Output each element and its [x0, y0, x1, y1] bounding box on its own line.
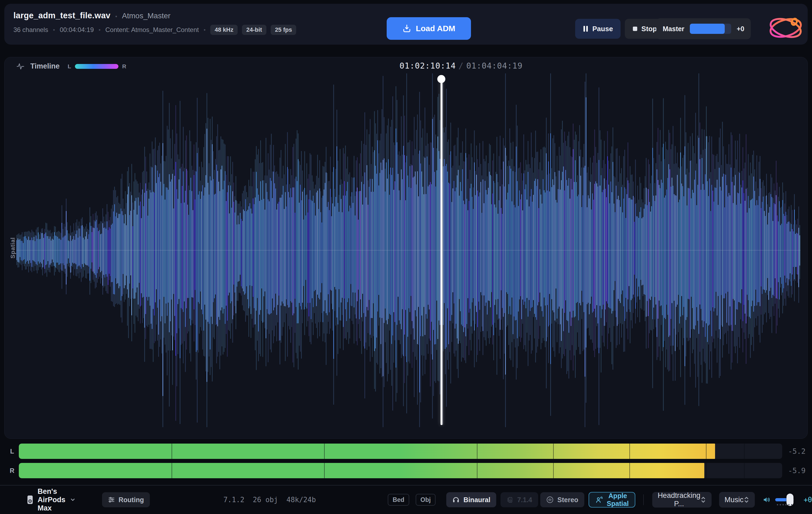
monitor-volume-value: +0 — [804, 496, 812, 504]
load-adm-button[interactable]: Load ADM — [387, 17, 471, 40]
file-name: large_adm_test_file.wav — [13, 11, 110, 21]
bitdepth-badge: 24-bit — [242, 25, 266, 35]
updown-chevrons-icon — [700, 496, 706, 503]
spatial-person-icon — [595, 496, 603, 504]
meter-track-left — [19, 443, 782, 459]
binaural-mode-button[interactable]: Binaural — [446, 492, 496, 507]
meter-value-right: -5.9 — [788, 463, 806, 478]
meter-segment-divider — [553, 463, 554, 478]
meter-segment-divider — [477, 463, 477, 478]
pause-label: Pause — [592, 25, 613, 33]
playhead[interactable] — [440, 76, 442, 425]
obj-toggle[interactable]: Obj — [416, 494, 436, 506]
monitor-volume-slider[interactable] — [775, 498, 794, 502]
routing-label: Routing — [119, 496, 144, 504]
playhead-knob[interactable] — [437, 75, 445, 83]
apple-spatial-label: Apple Spatial — [607, 492, 629, 508]
volume-tick-marks — [777, 504, 792, 506]
routing-sliders-icon — [108, 496, 115, 503]
volume-icon — [762, 495, 771, 504]
meter-segment-divider — [630, 443, 630, 459]
meter-segment-divider — [744, 463, 745, 478]
bed-toggle[interactable]: Bed — [388, 494, 409, 506]
master-volume-fill — [690, 24, 725, 34]
bottom-status-bar: Ben's AirPods Max Routing 7.1.2 26 obj 4… — [0, 485, 812, 514]
meter-left-label: L — [7, 443, 17, 459]
dot-separator: • — [53, 27, 55, 33]
stop-label: Stop — [641, 25, 657, 33]
master-volume-control: Master +0 — [656, 18, 751, 39]
routing-button[interactable]: Routing — [102, 492, 150, 507]
timeline-panel: Timeline L R 01:02:10:14/01:04:04:19 Spa… — [4, 57, 808, 439]
mode-714-label: 7.1.4 — [517, 496, 532, 504]
output-device-select[interactable]: Ben's AirPods Max — [27, 487, 76, 512]
chevron-down-icon — [70, 497, 76, 503]
timecode-separator: / — [456, 61, 466, 71]
file-duration: 00:04:04:19 — [60, 26, 94, 34]
headtracking-value: Headtracking P... — [658, 491, 700, 508]
master-volume-slider[interactable] — [690, 24, 731, 34]
waveform-canvas[interactable] — [17, 73, 801, 427]
output-device-name: Ben's AirPods Max — [37, 487, 65, 512]
pause-icon — [583, 26, 588, 32]
lr-gradient-bar — [75, 64, 118, 69]
meter-fill-right — [19, 463, 704, 478]
apple-spatial-mode-button[interactable]: Apple Spatial — [588, 492, 635, 508]
file-info: large_adm_test_file.wav • Atmos_Master 3… — [13, 11, 296, 35]
meter-segment-divider — [630, 463, 630, 478]
master-group-name: Atmos_Master — [122, 11, 171, 20]
meter-segment-divider — [477, 443, 477, 459]
load-icon — [402, 24, 411, 33]
pause-button[interactable]: Pause — [575, 19, 620, 39]
meter-track-right — [19, 463, 782, 478]
meter-segment-divider — [744, 443, 745, 459]
headtracking-select[interactable]: Headtracking P... — [652, 492, 712, 508]
format-badges: 48 kHz 24-bit 25 fps — [210, 25, 296, 35]
stream-format-info: 7.1.2 26 obj 48k/24b — [224, 496, 316, 504]
timecode-total: 01:04:04:19 — [466, 61, 523, 71]
stereo-mode-button[interactable]: Stereo — [540, 492, 584, 507]
meter-segment-divider — [324, 463, 325, 478]
content-profile-value: Music — [724, 496, 744, 504]
master-label: Master — [663, 25, 685, 33]
timeline-title: Timeline — [30, 62, 60, 71]
header-bar: large_adm_test_file.wav • Atmos_Master 3… — [4, 4, 808, 45]
bed-label: Bed — [393, 496, 404, 504]
dot-separator: • — [98, 27, 100, 33]
channel-count: 36 channels — [13, 26, 48, 34]
left-channel-label: L — [68, 63, 71, 70]
dot-separator: • — [204, 27, 205, 33]
timeline-header: Timeline L R — [17, 62, 126, 71]
meter-segment-divider — [172, 463, 172, 478]
meter-right-label: R — [7, 463, 17, 478]
samplerate-badge: 48 kHz — [210, 25, 238, 35]
meter-segment-divider — [172, 443, 172, 459]
timecode-display: 01:02:10:14/01:04:04:19 — [400, 61, 523, 71]
meter-row-left: L -5.2 — [0, 443, 812, 459]
playhead-line — [440, 79, 442, 425]
speakers-714-mode-button[interactable]: 7.1.4 — [500, 492, 538, 507]
timecode-current: 01:02:10:14 — [400, 61, 456, 71]
obj-label: Obj — [420, 496, 431, 504]
meter-value-left: -5.2 — [788, 443, 806, 459]
headphones-icon — [452, 496, 460, 504]
meter-row-right: R -5.9 — [0, 463, 812, 478]
monitor-volume-fill — [775, 498, 790, 502]
framerate-badge: 25 fps — [271, 25, 296, 35]
content-profile-select[interactable]: Music — [719, 492, 755, 508]
meter-segment-divider — [553, 443, 554, 459]
meter-fill-left — [19, 443, 715, 459]
master-gain-value: +0 — [736, 25, 744, 33]
binaural-label: Binaural — [463, 496, 490, 504]
speakers-714-icon — [506, 496, 514, 503]
meter-segment-divider — [706, 443, 706, 459]
logo-orbits-icon — [767, 14, 805, 42]
channel-color-key: L R — [68, 63, 126, 70]
meter-segment-divider — [706, 463, 706, 478]
right-channel-label: R — [122, 63, 126, 70]
speaker-device-icon — [27, 495, 33, 505]
adm-player-app: large_adm_test_file.wav • Atmos_Master 3… — [0, 0, 812, 514]
dot-separator: • — [115, 13, 117, 20]
transport-controls: Pause Stop — [575, 19, 664, 39]
load-adm-label: Load ADM — [416, 24, 455, 33]
